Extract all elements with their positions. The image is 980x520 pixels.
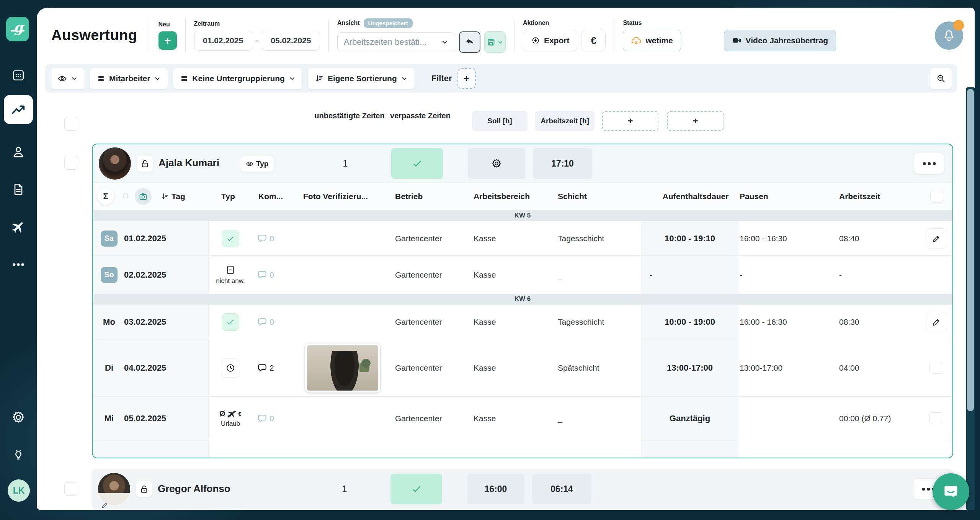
sidebar-item-auswertung-active[interactable] (4, 95, 33, 124)
currency-button[interactable]: € (581, 30, 606, 51)
groupby-dropdown[interactable]: Mitarbeiter (90, 68, 168, 89)
betrieb-cell: Gartencenter (395, 221, 470, 255)
vacation-badge: Ø € Urlaub (219, 409, 242, 428)
employee-checkbox[interactable] (64, 156, 78, 170)
new-entry-button[interactable]: + (158, 31, 177, 50)
sort-icon (315, 74, 324, 83)
row-checkbox[interactable] (929, 362, 943, 374)
notifications-button[interactable] (935, 21, 963, 50)
header-row-checkbox[interactable] (930, 191, 944, 203)
row-date: 02.02.2025 (124, 256, 181, 294)
table-row[interactable]: Di 04.02.2025 2 Gartencenter Kasse Späts… (93, 339, 952, 396)
col-tag[interactable]: Tag (161, 183, 185, 210)
video-jahresuebertrag-button[interactable]: Video Jahresübertrag (724, 30, 836, 51)
undo-button[interactable] (459, 31, 480, 53)
employee-header-row[interactable]: Ajala Kumari Typ 1 17:10 (93, 144, 952, 183)
sidebar-item-ideas[interactable] (0, 448, 37, 462)
arbeitsbereich-cell: Kasse (474, 305, 548, 339)
comments-cell[interactable]: 0 (257, 397, 296, 440)
comments-cell[interactable]: 0 (257, 256, 296, 294)
col-arbeitszeit[interactable]: Arbeitszeit (839, 183, 880, 210)
chat-support-button[interactable] (933, 473, 969, 510)
summary-row: unbestätigte Zeiten verpasste Zeiten Sol… (37, 103, 975, 138)
col-soll-button[interactable]: Soll [h] (472, 111, 528, 131)
sidebar-item-calendar[interactable] (0, 68, 37, 82)
cloud-sync-icon (631, 35, 642, 46)
col-pausen[interactable]: Pausen (740, 183, 768, 210)
table-row[interactable]: Mi 05.02.2025 Ø € Urlaub 0 Gartencenter (93, 396, 952, 440)
date-to-input[interactable]: 05.02.2025 (262, 31, 320, 51)
verpasste-ok-cell[interactable] (390, 474, 442, 504)
table-row[interactable]: So 02.02.2025 nicht anw. 0 Gartencenter … (93, 255, 952, 294)
lock-open-icon (139, 484, 149, 494)
sidebar-item-abwesenheiten[interactable] (0, 220, 37, 234)
visibility-dropdown[interactable] (51, 68, 85, 89)
sidebar-item-mitarbeiter[interactable] (0, 145, 37, 159)
date-from-input[interactable]: 01.02.2025 (194, 31, 252, 51)
comment-count: 0 (270, 234, 274, 243)
add-column-button[interactable]: + (602, 111, 658, 131)
comment-icon (257, 233, 268, 244)
employee-more-button[interactable] (914, 153, 944, 174)
add-filter-button[interactable]: + (457, 68, 476, 89)
select-all-checkbox[interactable] (64, 117, 78, 131)
sidebar-item-settings[interactable] (0, 410, 37, 424)
sort-dropdown[interactable]: Eigene Sortierung (308, 68, 415, 89)
app-logo[interactable]: g (6, 17, 29, 41)
view-select[interactable]: Arbeitszeiten bestäti... (337, 32, 455, 52)
typ-toggle-button[interactable]: Typ (240, 156, 274, 172)
table-column-header: Σ Tag Typ Kom... Foto Verifizieru... Be (93, 183, 952, 210)
comment-icon (257, 317, 268, 327)
col-schicht[interactable]: Schicht (558, 183, 587, 210)
add-column-button[interactable]: + (667, 111, 724, 131)
save-view-button[interactable] (484, 31, 506, 53)
alerts-toggle-button[interactable] (117, 188, 134, 205)
col-arbeitsbereich[interactable]: Arbeitsbereich (474, 183, 530, 210)
scrollbar-track[interactable] (966, 87, 975, 510)
unlock-button[interactable] (136, 481, 152, 497)
col-aufenthaltsdauer[interactable]: Aufenthaltsdauer (653, 183, 738, 210)
col-arbeitszeit-button[interactable]: Arbeitszeit [h] (535, 111, 595, 131)
photo-filter-button[interactable] (135, 188, 152, 205)
search-button[interactable] (930, 68, 952, 89)
sidebar-item-more[interactable] (0, 262, 37, 267)
comments-cell[interactable]: 0 (257, 221, 296, 255)
soll-settings-cell[interactable] (468, 148, 525, 179)
lock-open-icon (140, 159, 150, 168)
subgroup-dropdown[interactable]: Keine Untergruppierung (173, 68, 302, 89)
average-symbol: Ø (219, 409, 225, 418)
comments-cell[interactable]: 0 (257, 305, 296, 339)
export-button[interactable]: Export (523, 30, 578, 51)
table-row[interactable]: Sa 01.02.2025 0 Gartencenter Kasse Tages… (93, 221, 952, 255)
day-label: Mi (105, 414, 114, 424)
row-checkbox[interactable] (929, 412, 943, 424)
comments-cell[interactable]: 2 (257, 339, 296, 396)
pausen-cell: 16:00 - 16:30 (740, 221, 830, 255)
sidebar-item-dokumente[interactable] (0, 182, 37, 196)
confirmed-badge (222, 313, 239, 331)
sum-toggle-button[interactable]: Σ (97, 188, 114, 205)
notification-dot (953, 20, 964, 31)
scrollbar-thumb[interactable] (967, 89, 974, 411)
col-betrieb[interactable]: Betrieb (395, 183, 423, 210)
col-kommentare[interactable]: Kom... (258, 183, 283, 210)
col-typ[interactable]: Typ (221, 183, 235, 210)
sort-icon (161, 192, 169, 201)
schicht-cell: _ (558, 256, 638, 294)
employee-card-gregor[interactable]: Gregor Alfonso 1 16:00 06:14 (92, 469, 953, 509)
col-foto-verifizierung[interactable]: Foto Verifizieru... (303, 183, 368, 210)
edit-row-button[interactable] (926, 228, 947, 249)
section-ansicht: Ansicht Ungespeichert Arbeitszeiten best… (337, 18, 506, 53)
gear-icon (11, 410, 25, 424)
verification-photo[interactable] (305, 343, 380, 392)
unlock-button[interactable] (136, 155, 153, 172)
verpasste-ok-cell[interactable] (391, 148, 443, 179)
status-wetime-button[interactable]: wetime (623, 30, 681, 51)
unsaved-badge: Ungespeichert (364, 18, 413, 28)
edit-row-button[interactable] (926, 312, 947, 332)
user-avatar[interactable]: LK (8, 479, 30, 502)
eye-icon (246, 160, 253, 168)
employee-checkbox[interactable] (64, 482, 78, 496)
pending-clock-badge[interactable] (221, 358, 240, 378)
table-row[interactable]: Mo 03.02.2025 0 Gartencenter Kasse Tages… (93, 304, 952, 339)
